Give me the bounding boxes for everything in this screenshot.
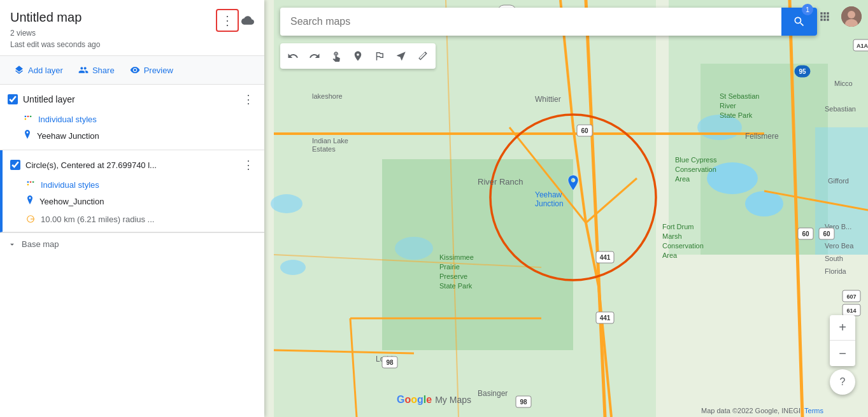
individual-styles-item[interactable]: Individual styles bbox=[23, 114, 257, 124]
svg-text:Blue Cypress: Blue Cypress bbox=[675, 156, 717, 164]
svg-text:Junction: Junction bbox=[535, 199, 564, 208]
svg-rect-106 bbox=[32, 181, 34, 183]
svg-text:60: 60 bbox=[581, 127, 588, 134]
svg-text:Fort Drum: Fort Drum bbox=[662, 223, 694, 230]
svg-text:Prairie: Prairie bbox=[439, 263, 460, 271]
svg-rect-105 bbox=[30, 181, 31, 183]
hand-tool-button[interactable] bbox=[326, 46, 346, 66]
zoom-in-icon: + bbox=[839, 320, 846, 335]
yeehow-junction-label: Yeehow_Junction bbox=[39, 197, 104, 206]
svg-rect-107 bbox=[27, 184, 29, 185]
svg-rect-100 bbox=[25, 116, 26, 117]
layer-untitled-menu-button[interactable]: ⋮ bbox=[240, 91, 257, 108]
redo-button[interactable] bbox=[304, 46, 325, 66]
svg-text:Micco: Micco bbox=[834, 80, 853, 87]
zoom-out-icon: − bbox=[839, 346, 846, 361]
svg-text:60: 60 bbox=[802, 230, 809, 237]
search-input[interactable] bbox=[280, 8, 781, 36]
help-button[interactable]: ? bbox=[830, 369, 855, 395]
sidebar-toolbar: Add layer Share Preview bbox=[0, 56, 264, 85]
svg-text:lakeshore: lakeshore bbox=[312, 92, 343, 100]
base-map-section[interactable]: Base map bbox=[0, 232, 264, 255]
pin-tool-button[interactable] bbox=[348, 46, 368, 66]
svg-text:Estates: Estates bbox=[312, 145, 336, 153]
svg-text:Conservation: Conservation bbox=[675, 166, 716, 173]
svg-text:River Ranch: River Ranch bbox=[478, 177, 523, 187]
layer-untitled-checkbox[interactable] bbox=[8, 94, 18, 104]
apps-grid-button[interactable] bbox=[815, 6, 835, 27]
blue-pin-icon bbox=[23, 129, 32, 142]
layers-container: Untitled layer ⋮ Individual styles Yeeha… bbox=[0, 85, 264, 417]
svg-text:Sebastian: Sebastian bbox=[825, 105, 856, 113]
add-layer-label: Add layer bbox=[28, 66, 63, 75]
layer-circle-menu-button[interactable]: ⋮ bbox=[240, 157, 257, 173]
yeehow-junction-place[interactable]: Yeehow_Junction bbox=[25, 194, 257, 209]
circle-individual-styles-item[interactable]: Individual styles bbox=[25, 180, 257, 190]
kebab-icon: ⋮ bbox=[221, 13, 234, 28]
svg-rect-102 bbox=[30, 116, 31, 117]
sidebar-header: Untitled map 2 views Last edit was secon… bbox=[0, 0, 264, 56]
svg-text:Marsh: Marsh bbox=[662, 232, 682, 240]
svg-point-11 bbox=[395, 237, 433, 260]
svg-rect-101 bbox=[27, 116, 29, 117]
svg-text:95: 95 bbox=[799, 68, 806, 75]
cloud-save-button[interactable] bbox=[236, 9, 259, 32]
svg-text:98: 98 bbox=[520, 399, 527, 406]
svg-point-111 bbox=[848, 11, 855, 18]
radius-icon bbox=[25, 214, 36, 224]
share-button[interactable]: Share bbox=[72, 61, 121, 79]
svg-text:441: 441 bbox=[600, 254, 611, 261]
layer-untitled-items: Individual styles Yeehaw Junction bbox=[0, 114, 264, 150]
circle-individual-styles-label: Individual styles bbox=[41, 180, 99, 190]
styles-icon bbox=[23, 114, 33, 124]
layer-circle-title: Circle(s), Centered at 27.699740 l... bbox=[25, 160, 235, 170]
svg-text:Kissimmee: Kissimmee bbox=[439, 253, 474, 261]
polyline-tool-button[interactable] bbox=[369, 46, 390, 66]
svg-text:A1A: A1A bbox=[857, 43, 868, 49]
zoom-out-button[interactable]: − bbox=[830, 341, 855, 366]
svg-text:Vero Bea: Vero Bea bbox=[825, 242, 854, 250]
terms-link[interactable]: Terms bbox=[804, 407, 823, 414]
map-views: 2 views bbox=[10, 29, 36, 38]
svg-text:St Sebastian: St Sebastian bbox=[720, 92, 759, 100]
svg-point-8 bbox=[280, 260, 306, 275]
chevron-down-icon bbox=[8, 240, 17, 249]
svg-text:Preserve: Preserve bbox=[439, 272, 467, 280]
more-options-button[interactable]: ⋮ bbox=[216, 9, 239, 32]
svg-text:Conservation: Conservation bbox=[662, 242, 704, 250]
share-label: Share bbox=[92, 66, 115, 75]
notification-area: 1 bbox=[790, 6, 811, 27]
svg-text:607: 607 bbox=[846, 293, 856, 300]
add-layer-button[interactable]: Add layer bbox=[8, 61, 69, 79]
attribution: Map data ©2022 Google, INEGI Terms bbox=[701, 407, 823, 414]
mymaps-label: My Maps bbox=[435, 395, 471, 405]
apps-icon bbox=[818, 10, 831, 23]
layer-circle-checkbox[interactable] bbox=[10, 160, 20, 170]
svg-text:Florida: Florida bbox=[825, 267, 847, 275]
svg-text:Indian Lake: Indian Lake bbox=[312, 137, 348, 145]
search-bar bbox=[280, 8, 817, 36]
individual-styles-label: Individual styles bbox=[38, 115, 97, 124]
user-avatar[interactable] bbox=[841, 6, 862, 27]
layer-untitled-header: Untitled layer ⋮ bbox=[0, 85, 264, 114]
layer-untitled: Untitled layer ⋮ Individual styles Yeeha… bbox=[0, 85, 264, 150]
map-last-edit: Last edit was seconds ago bbox=[10, 40, 100, 49]
svg-text:South: South bbox=[825, 255, 843, 262]
radius-label: 10.00 km (6.21 miles) radius ... bbox=[41, 215, 154, 224]
measure-tool-button[interactable] bbox=[413, 46, 433, 66]
yeehaw-junction-place[interactable]: Yeehaw Junction bbox=[23, 128, 257, 143]
layer-untitled-title: Untitled layer bbox=[23, 94, 235, 104]
zoom-controls: + − bbox=[830, 315, 855, 366]
radius-item[interactable]: 10.00 km (6.21 miles) radius ... bbox=[25, 213, 257, 225]
notification-badge: 1 bbox=[802, 4, 813, 15]
sidebar: Untitled map 2 views Last edit was secon… bbox=[0, 0, 264, 417]
undo-button[interactable] bbox=[283, 46, 303, 66]
map-toolbar bbox=[280, 43, 436, 69]
route-tool-button[interactable] bbox=[391, 46, 411, 66]
svg-text:Gifford: Gifford bbox=[828, 177, 849, 185]
zoom-in-button[interactable]: + bbox=[830, 315, 855, 341]
google-mymaps-watermark: Google My Maps bbox=[397, 394, 471, 406]
preview-button[interactable]: Preview bbox=[124, 61, 180, 79]
svg-text:60: 60 bbox=[823, 230, 830, 237]
svg-text:River: River bbox=[720, 102, 736, 110]
